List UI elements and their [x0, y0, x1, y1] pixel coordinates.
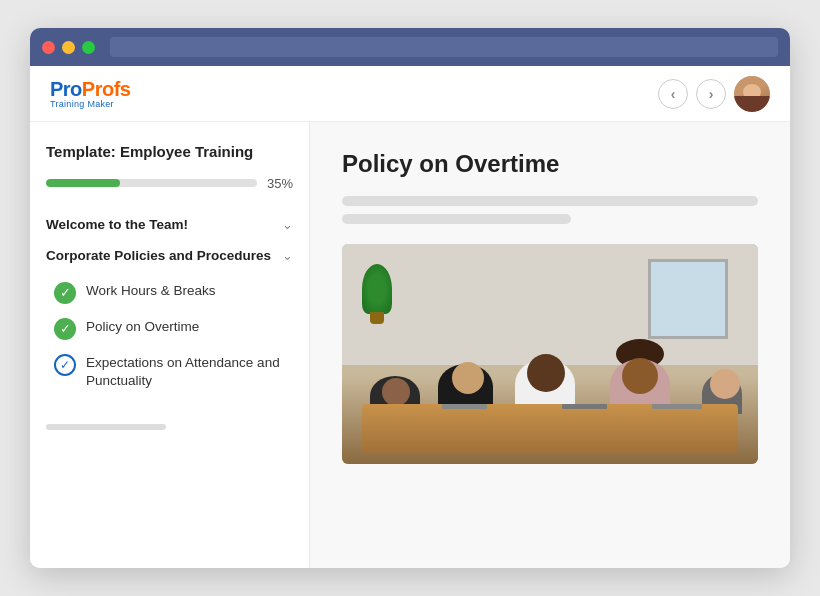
- nav-section-header-corporate[interactable]: Corporate Policies and Procedures ⌄: [46, 242, 293, 269]
- progress-bar-background: [46, 179, 257, 187]
- maximize-button[interactable]: [82, 41, 95, 54]
- next-button[interactable]: ›: [696, 79, 726, 109]
- lesson-image: [342, 244, 758, 464]
- scene-table: [362, 404, 738, 454]
- text-placeholder-lines: [342, 196, 758, 224]
- progress-bar-fill: [46, 179, 120, 187]
- nav-section-welcome: Welcome to the Team! ⌄: [46, 211, 293, 238]
- scene-window: [648, 259, 728, 339]
- nav-item-policy-overtime[interactable]: ✓ Policy on Overtime: [50, 311, 293, 347]
- nav-section-title-welcome: Welcome to the Team!: [46, 217, 188, 232]
- check-inprogress-icon: ✓: [54, 354, 76, 376]
- sidebar-scrollbar[interactable]: [46, 424, 166, 430]
- person-2-head: [452, 362, 484, 394]
- laptop-2: [562, 404, 607, 409]
- title-bar: [30, 28, 790, 66]
- minimize-button[interactable]: [62, 41, 75, 54]
- logo-text: ProProfs Training Maker: [50, 78, 130, 109]
- check-complete-icon: ✓: [54, 282, 76, 304]
- nav-section-corporate: Corporate Policies and Procedures ⌄ ✓ Wo…: [46, 242, 293, 405]
- nav-item-label-work-hours: Work Hours & Breaks: [86, 282, 216, 301]
- laptop-1: [442, 404, 487, 409]
- browser-window: ProProfs Training Maker ‹ › Template: Em…: [30, 28, 790, 568]
- laptop-3: [652, 404, 702, 409]
- avatar-face: [734, 76, 770, 112]
- check-complete-icon-overtime: ✓: [54, 318, 76, 340]
- plant-leaves: [362, 264, 392, 314]
- nav-section-title-corporate: Corporate Policies and Procedures: [46, 248, 271, 263]
- logo-pro: Pro: [50, 78, 82, 101]
- person-3-head: [527, 354, 565, 392]
- lesson-title: Policy on Overtime: [342, 150, 758, 178]
- close-button[interactable]: [42, 41, 55, 54]
- logo: ProProfs Training Maker: [50, 78, 130, 109]
- main-content: Template: Employee Training 35% Welcome …: [30, 122, 790, 568]
- nav-item-label-policy-overtime: Policy on Overtime: [86, 318, 199, 337]
- app-header: ProProfs Training Maker ‹ ›: [30, 66, 790, 122]
- sidebar: Template: Employee Training 35% Welcome …: [30, 122, 310, 568]
- meeting-scene: [342, 244, 758, 464]
- url-bar[interactable]: [110, 37, 778, 57]
- logo-profs: Profs: [82, 78, 131, 101]
- avatar[interactable]: [734, 76, 770, 112]
- nav-item-work-hours[interactable]: ✓ Work Hours & Breaks: [50, 275, 293, 311]
- content-area: Policy on Overtime: [310, 122, 790, 568]
- template-title: Template: Employee Training: [46, 142, 293, 162]
- nav-items-corporate: ✓ Work Hours & Breaks ✓ Policy on Overti…: [46, 269, 293, 405]
- plant-pot: [370, 312, 384, 324]
- header-navigation: ‹ ›: [658, 76, 770, 112]
- text-line-1: [342, 196, 758, 206]
- person-5-head: [710, 369, 740, 399]
- chevron-down-icon: ⌄: [282, 217, 293, 232]
- nav-item-attendance[interactable]: ✓ Expectations on Attendance and Punctua…: [50, 347, 293, 399]
- nav-item-label-attendance: Expectations on Attendance and Punctuali…: [86, 354, 289, 392]
- scene-plant: [362, 264, 392, 324]
- progress-percent: 35%: [267, 176, 293, 191]
- nav-section-header-welcome[interactable]: Welcome to the Team! ⌄: [46, 211, 293, 238]
- progress-row: 35%: [46, 176, 293, 191]
- text-line-2: [342, 214, 571, 224]
- person-4-head: [622, 358, 658, 394]
- chevron-down-icon-corporate: ⌄: [282, 248, 293, 263]
- prev-button[interactable]: ‹: [658, 79, 688, 109]
- person-1-head: [382, 378, 410, 406]
